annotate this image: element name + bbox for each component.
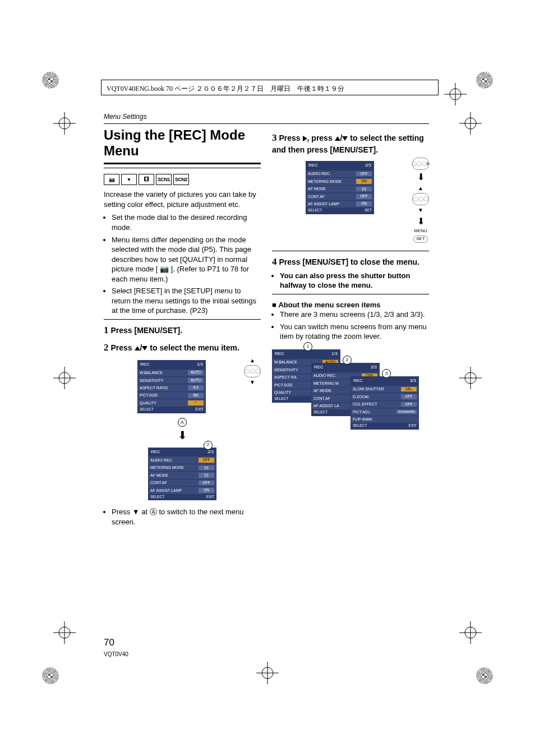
step-1: 1Press [MENU/SET].	[104, 324, 261, 337]
dpad-icon: ◯◯◯	[412, 193, 429, 205]
step4-sub-list: You can also press the shutter button ha…	[272, 271, 429, 291]
marker-a-row: A	[104, 417, 261, 427]
register-burst	[42, 667, 59, 684]
menu-item-label: AF ASSIST LAMP	[150, 488, 182, 493]
menu-footer-set: SET	[365, 208, 372, 213]
menu-footer-select: SELECT	[353, 423, 367, 428]
menu-page: 1/3	[197, 362, 203, 368]
marker-a-icon: A	[178, 418, 187, 427]
menu-label: MENU	[414, 228, 427, 234]
stacked-menus: REC1/3 W.BALANCEAUTO SENSITIVITY ASPECT …	[272, 346, 429, 441]
menu-item-value: [▪]	[199, 473, 214, 478]
menu-item-label: AUDIO REC.	[150, 458, 173, 463]
register-burst	[476, 667, 493, 684]
menu-item-value: OFF	[356, 194, 372, 199]
menu-item-label: PICT.SIZE	[274, 382, 293, 388]
rec-menu-panel-2: REC2/3 AUDIO REC.OFF METERING MODE[•] AF…	[148, 448, 216, 501]
set-label: SET	[413, 236, 428, 243]
menu-title: REC	[151, 449, 160, 455]
menu-item-label: AF ASSIST LAMP	[308, 201, 339, 206]
menu-item-value: OFF	[356, 172, 372, 177]
section-label: Menu Settings	[104, 112, 429, 121]
register-burst	[42, 72, 59, 89]
down-arrow-icon: ▼	[418, 206, 423, 214]
menu-cluster-1: REC1/3 W.BALANCEAUTO SENSITIVITYAUTO ASP…	[104, 357, 261, 417]
bullet: Set the mode dial to the desired recordi…	[112, 213, 261, 232]
menu-item-label: SLOW SHUTTER	[353, 386, 384, 391]
title-rule	[104, 163, 261, 168]
step-4: 4Press [MENU/SET] to close the menu.	[272, 256, 429, 269]
menu-item-value: 4:3	[188, 385, 204, 390]
mode-icon-row: 📷 ♥ 🎞 SCN1 SCN2	[104, 174, 261, 185]
menu-item-value: OFF	[401, 394, 417, 399]
menu-item-value: 5M	[188, 393, 204, 398]
menu-cluster-2: REC2/3 AUDIO REC.OFF METERING MODE[•] AF…	[104, 444, 261, 504]
menu-item-label: SENSITIVITY	[140, 378, 164, 383]
left-bullets: Set the mode dial to the desired recordi…	[104, 213, 261, 315]
menu-item-label: ASPECT RATIO	[140, 385, 168, 390]
mode-motion-icon: 🎞	[139, 174, 154, 185]
menu-title: REC	[140, 362, 150, 368]
register-burst	[476, 72, 493, 89]
up-arrow-icon: ▲	[250, 357, 255, 365]
dpad-side: ▲ ◯◯◯ ▼	[244, 357, 261, 386]
right-arrow-icon	[303, 136, 307, 141]
intro-text: Increase the variety of pictures you can…	[104, 190, 261, 209]
menu-footer-exit: EXIT	[196, 407, 204, 412]
crop-mark-icon	[256, 662, 279, 684]
menu-footer-select: SELECT	[313, 410, 328, 415]
menu-page: 2/3	[207, 449, 214, 455]
rule	[272, 251, 429, 251]
down-arrow-icon: ⬇	[417, 171, 425, 183]
menu-item-label: AF ASSIST LA	[313, 403, 339, 408]
crop-mark-icon	[459, 621, 482, 644]
menu-item-value: ON	[199, 488, 214, 493]
about-heading: ■ About the menu screen items	[272, 300, 429, 310]
dpad-icon: ◯◯◯	[244, 365, 261, 377]
down-arrow-icon: ▼	[250, 379, 255, 386]
mode-heart-icon: ♥	[121, 174, 137, 185]
menu-item-label: ASPECT RA	[274, 375, 297, 380]
menu-item-value: AUTO	[188, 378, 204, 383]
page-content: Menu Settings Using the [REC] Mode Menu …	[104, 112, 429, 530]
page-circle-1: 1	[303, 342, 312, 351]
menu-item-value: [▪]	[356, 187, 372, 192]
mode-scn1-icon: SCN1	[156, 174, 172, 185]
step2-note-list: Press ▼ at Ⓐ to switch to the next menu …	[104, 507, 261, 527]
menu-item-label: AF MODE	[313, 388, 331, 393]
document-page: VQT0V40ENG.book 70 ページ ２００６年２月２７日 月曜日 午後…	[0, 0, 535, 756]
menu-item-label: PICT.SIZE	[140, 393, 158, 398]
menu-item-label: QUALITY	[274, 390, 291, 395]
crop-mark-icon	[459, 112, 482, 135]
menu-page: 3/3	[410, 378, 416, 384]
menu-item-value: ›	[188, 400, 204, 405]
up-arrow-icon	[135, 346, 140, 351]
menu-item-label: COL.EFFECT	[353, 402, 377, 407]
page-code: VQT0V40	[104, 651, 128, 658]
section-rule	[104, 123, 429, 124]
menu-item-label: METERING MODE	[308, 179, 342, 184]
right-column: 3Press , press / to select the setting a…	[272, 127, 429, 530]
menu-item-label: D.ZOOM	[353, 394, 368, 399]
crop-mark-icon	[53, 112, 76, 135]
menu-item-value: ON	[356, 179, 372, 184]
dpad-side-right: ◯◯◯▶ ⬇ ▲ ◯◯◯ ▼ ⬇ MENU SET	[412, 158, 429, 243]
menu-page: 2/3	[365, 163, 371, 169]
menu-item-value: [•]	[199, 465, 214, 471]
page-title: Using the [REC] Mode Menu	[104, 127, 261, 158]
flow-down-arrow-icon: ⬇	[104, 428, 261, 443]
menu-footer-exit: EXIT	[409, 423, 417, 428]
rec-menu-stack-3: REC3/3 SLOW SHUTTER1/8– D.ZOOMOFF COL.EF…	[350, 376, 419, 430]
down-arrow-icon	[142, 346, 147, 351]
menu-title: REC	[275, 351, 284, 357]
mode-scn2-icon: SCN2	[173, 174, 189, 185]
menu-item-label: QUALITY	[140, 400, 156, 405]
crop-mark-icon	[459, 367, 482, 389]
left-column: Using the [REC] Mode Menu 📷 ♥ 🎞 SCN1 SCN…	[104, 127, 261, 530]
menu-title: REC	[308, 163, 318, 169]
menu-footer-select: SELECT	[274, 397, 288, 402]
rec-menu-panel-3: REC2/3 AUDIO REC.OFF METERING MODEON AF …	[306, 161, 374, 214]
up-arrow-icon: ▲	[418, 185, 423, 192]
menu-item-value: ON	[356, 201, 372, 206]
menu-item-label: CONT.AF	[308, 194, 325, 199]
